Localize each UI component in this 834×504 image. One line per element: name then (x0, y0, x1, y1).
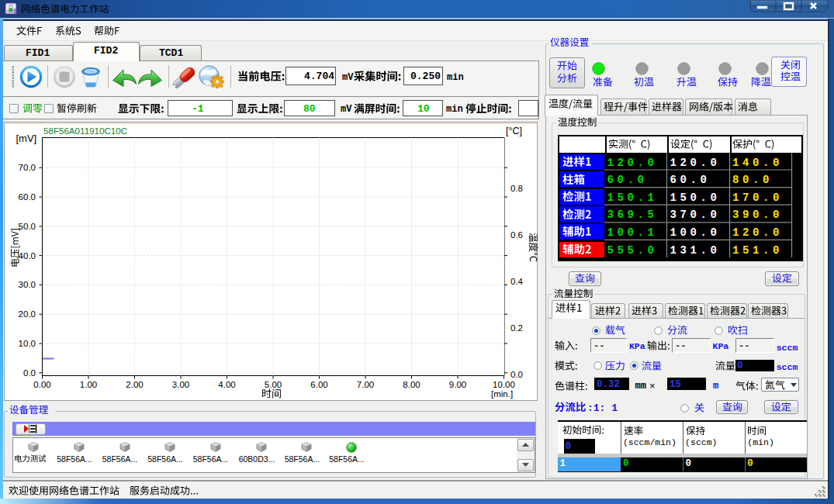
svg-text:[mV]: [mV] (16, 133, 37, 144)
svg-text:0.00: 0.00 (33, 380, 50, 389)
svg-text:60.0: 60.0 (19, 192, 36, 202)
svg-text:[min.]: [min.] (491, 389, 513, 399)
svg-text:0.4: 0.4 (510, 277, 524, 286)
svg-text:8.00: 8.00 (403, 380, 420, 389)
svg-text:50.0: 50.0 (19, 222, 36, 231)
svg-text:3.00: 3.00 (172, 380, 189, 389)
svg-text:[°C]: [°C] (506, 126, 522, 136)
svg-text:6.00: 6.00 (310, 380, 327, 389)
svg-text:1.00: 1.00 (80, 380, 97, 389)
svg-text:10.00: 10.00 (493, 380, 515, 389)
svg-text:70.0: 70.0 (19, 163, 36, 172)
svg-text:0.8: 0.8 (510, 184, 523, 193)
svg-text:0.2: 0.2 (510, 323, 523, 333)
svg-text:40.0: 40.0 (19, 251, 36, 261)
svg-text:0.6: 0.6 (510, 230, 523, 240)
svg-text:4.00: 4.00 (218, 380, 235, 389)
svg-text:58F56A011910C10C: 58F56A011910C10C (43, 126, 127, 136)
svg-text:0.0: 0.0 (510, 370, 523, 379)
svg-text:5.00: 5.00 (265, 380, 282, 389)
svg-text:2.00: 2.00 (126, 380, 143, 389)
svg-text:20.0: 20.0 (19, 309, 36, 319)
svg-text:30.0: 30.0 (19, 280, 36, 289)
svg-text:9.00: 9.00 (449, 380, 466, 389)
svg-text:0.0: 0.0 (23, 368, 36, 378)
svg-text:7.00: 7.00 (357, 380, 374, 389)
svg-text:10.0: 10.0 (19, 339, 36, 348)
